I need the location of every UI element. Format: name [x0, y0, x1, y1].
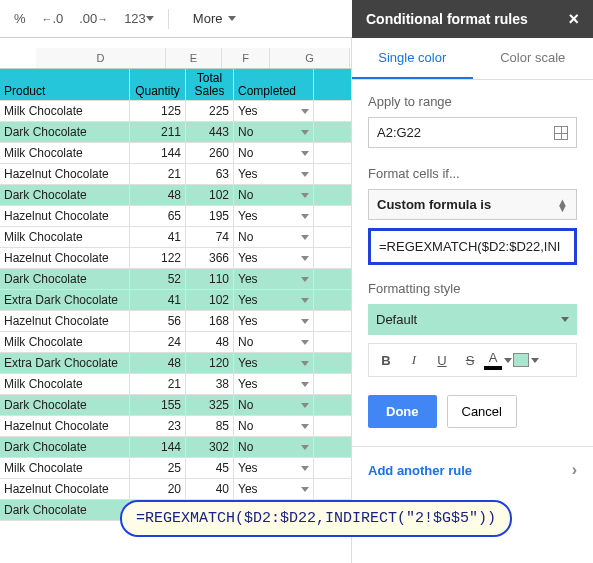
cell-completed[interactable]: Yes — [234, 206, 314, 226]
dropdown-icon[interactable] — [301, 319, 309, 324]
cell-qty[interactable]: 23 — [130, 416, 186, 436]
cell-completed[interactable]: No — [234, 395, 314, 415]
cell-qty[interactable]: 41 — [130, 227, 186, 247]
col-header-G[interactable]: G — [270, 48, 350, 68]
cell-product[interactable]: Hazelnut Chocolate — [0, 416, 130, 436]
cell-product[interactable]: Dark Chocolate — [0, 500, 130, 520]
percent-button[interactable]: % — [8, 7, 32, 30]
cell-qty[interactable]: 24 — [130, 332, 186, 352]
decrease-decimal-button[interactable]: ←.0 — [36, 7, 70, 30]
cell-qty[interactable]: 48 — [130, 353, 186, 373]
dropdown-icon[interactable] — [301, 445, 309, 450]
cell-sales[interactable]: 225 — [186, 101, 234, 121]
cell-product[interactable]: Dark Chocolate — [0, 185, 130, 205]
cell-qty[interactable]: 41 — [130, 290, 186, 310]
table-row[interactable]: Hazelnut Chocolate2385No — [0, 416, 351, 437]
cell-product[interactable]: Extra Dark Chocolate — [0, 353, 130, 373]
col-header-F[interactable]: F — [222, 48, 270, 68]
cell-completed[interactable]: Yes — [234, 269, 314, 289]
done-button[interactable]: Done — [368, 395, 437, 428]
cell-qty[interactable]: 125 — [130, 101, 186, 121]
table-row[interactable]: Milk Chocolate125225Yes — [0, 101, 351, 122]
dropdown-icon[interactable] — [301, 298, 309, 303]
cell-qty[interactable]: 155 — [130, 395, 186, 415]
dropdown-icon[interactable] — [301, 214, 309, 219]
cell-product[interactable]: Dark Chocolate — [0, 395, 130, 415]
dropdown-icon[interactable] — [301, 109, 309, 114]
table-row[interactable]: Dark Chocolate48102No — [0, 185, 351, 206]
cell-sales[interactable]: 120 — [186, 353, 234, 373]
cell-product[interactable]: Hazelnut Chocolate — [0, 479, 130, 499]
cell-completed[interactable]: No — [234, 122, 314, 142]
increase-decimal-button[interactable]: .00→ — [73, 7, 114, 30]
cell-completed[interactable]: Yes — [234, 164, 314, 184]
table-row[interactable]: Hazelnut Chocolate2040Yes — [0, 479, 351, 500]
cell-qty[interactable]: 144 — [130, 437, 186, 457]
cell-sales[interactable]: 45 — [186, 458, 234, 478]
cell-product[interactable]: Dark Chocolate — [0, 437, 130, 457]
cell-completed[interactable]: No — [234, 143, 314, 163]
cell-product[interactable]: Hazelnut Chocolate — [0, 248, 130, 268]
condition-dropdown[interactable]: Custom formula is ▲▼ — [368, 189, 577, 220]
spreadsheet[interactable]: D E F G Product Quantity TotalSales Comp… — [0, 38, 351, 563]
table-row[interactable]: Hazelnut Chocolate122366Yes — [0, 248, 351, 269]
cell-product[interactable]: Milk Chocolate — [0, 101, 130, 121]
cell-qty[interactable]: 65 — [130, 206, 186, 226]
cell-completed[interactable]: Yes — [234, 353, 314, 373]
format-number-button[interactable]: 123 — [118, 7, 160, 30]
dropdown-icon[interactable] — [301, 403, 309, 408]
close-icon[interactable]: × — [568, 9, 579, 30]
cell-completed[interactable]: Yes — [234, 290, 314, 310]
table-row[interactable]: Dark Chocolate52110Yes — [0, 269, 351, 290]
dropdown-icon[interactable] — [301, 193, 309, 198]
table-row[interactable]: Extra Dark Chocolate48120Yes — [0, 353, 351, 374]
cell-sales[interactable]: 443 — [186, 122, 234, 142]
cell-qty[interactable]: 21 — [130, 374, 186, 394]
cell-product[interactable]: Hazelnut Chocolate — [0, 164, 130, 184]
italic-button[interactable]: I — [401, 348, 427, 372]
cell-completed[interactable]: Yes — [234, 479, 314, 499]
cell-qty[interactable]: 56 — [130, 311, 186, 331]
table-row[interactable]: Hazelnut Chocolate65195Yes — [0, 206, 351, 227]
table-row[interactable]: Milk Chocolate144260No — [0, 143, 351, 164]
cell-sales[interactable]: 260 — [186, 143, 234, 163]
table-row[interactable]: Milk Chocolate2545Yes — [0, 458, 351, 479]
cell-product[interactable]: Milk Chocolate — [0, 374, 130, 394]
dropdown-icon[interactable] — [301, 172, 309, 177]
add-rule-link[interactable]: Add another rule › — [368, 461, 577, 479]
dropdown-icon[interactable] — [301, 466, 309, 471]
cell-qty[interactable]: 52 — [130, 269, 186, 289]
dropdown-icon[interactable] — [301, 424, 309, 429]
cell-completed[interactable]: Yes — [234, 101, 314, 121]
strike-button[interactable]: S — [457, 348, 483, 372]
formula-input[interactable]: =REGEXMATCH($D2:$D22,INI — [368, 228, 577, 265]
cell-product[interactable]: Milk Chocolate — [0, 458, 130, 478]
cell-qty[interactable]: 25 — [130, 458, 186, 478]
dropdown-icon[interactable] — [301, 151, 309, 156]
table-row[interactable]: Dark Chocolate155325No — [0, 395, 351, 416]
bold-button[interactable]: B — [373, 348, 399, 372]
table-row[interactable]: Milk Chocolate2138Yes — [0, 374, 351, 395]
cancel-button[interactable]: Cancel — [447, 395, 517, 428]
cell-completed[interactable]: Yes — [234, 374, 314, 394]
cell-sales[interactable]: 102 — [186, 290, 234, 310]
cell-completed[interactable]: No — [234, 332, 314, 352]
cell-qty[interactable]: 20 — [130, 479, 186, 499]
dropdown-icon[interactable] — [301, 277, 309, 282]
cell-sales[interactable]: 85 — [186, 416, 234, 436]
cell-completed[interactable]: No — [234, 416, 314, 436]
cell-product[interactable]: Milk Chocolate — [0, 332, 130, 352]
table-row[interactable]: Dark Chocolate144302No — [0, 437, 351, 458]
cell-product[interactable]: Hazelnut Chocolate — [0, 206, 130, 226]
col-header-D[interactable]: D — [36, 48, 166, 68]
grid-icon[interactable] — [554, 126, 568, 140]
cell-sales[interactable]: 74 — [186, 227, 234, 247]
more-button[interactable]: More — [187, 7, 243, 30]
cell-completed[interactable]: No — [234, 185, 314, 205]
cell-completed[interactable]: Yes — [234, 248, 314, 268]
dropdown-icon[interactable] — [301, 130, 309, 135]
dropdown-icon[interactable] — [301, 487, 309, 492]
cell-completed[interactable]: Yes — [234, 458, 314, 478]
cell-sales[interactable]: 48 — [186, 332, 234, 352]
dropdown-icon[interactable] — [301, 235, 309, 240]
